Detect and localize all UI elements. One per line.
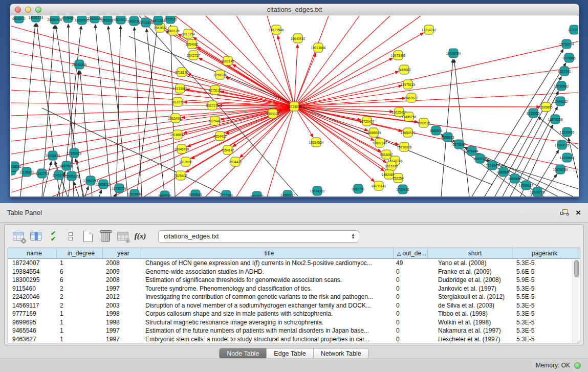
graph-node[interactable]: 1111304 [568, 25, 578, 34]
graph-node[interactable]: 252254 [393, 173, 404, 183]
graph-node[interactable]: 12210465 [560, 127, 575, 137]
graph-node[interactable]: 8215955 [527, 108, 540, 118]
graph-edge[interactable] [294, 45, 297, 106]
graph-node[interactable]: 2718176 [175, 68, 188, 77]
float-panel-icon[interactable] [560, 209, 569, 216]
graph-node[interactable]: 1527602 [114, 16, 127, 24]
column-header-out_de[interactable]: △out_de... [394, 248, 428, 258]
graph-edge[interactable] [485, 63, 566, 196]
graph-node[interactable]: 9465546 [158, 191, 171, 196]
graph-node[interactable]: 17858061 [11, 162, 22, 171]
table-select-dropdown[interactable]: citations_edges.txt ▲▼ [158, 230, 359, 243]
graph-edge[interactable] [294, 106, 374, 182]
function-builder-button[interactable]: f(x) [132, 229, 149, 244]
graph-edge[interactable] [495, 76, 561, 196]
graph-node[interactable]: 17359928 [67, 148, 82, 158]
table-row[interactable]: 911546021997Tourette syndrome. Phenomeno… [8, 285, 580, 293]
graph-edge[interactable] [294, 16, 390, 106]
column-header-short[interactable]: short [428, 248, 512, 258]
graph-edge[interactable] [294, 16, 359, 106]
graph-edge[interactable] [74, 182, 79, 196]
graph-node[interactable]: 14569117 [280, 190, 295, 196]
graph-node[interactable]: 12093582 [554, 81, 569, 91]
graph-node[interactable]: 2935114 [474, 154, 487, 163]
delete-column-button[interactable] [97, 229, 114, 244]
graph-edge[interactable] [441, 59, 453, 196]
selection-mode-button[interactable] [45, 229, 62, 244]
graph-node[interactable]: 6405572 [12, 16, 26, 23]
graph-node[interactable]: 9899695 [417, 118, 430, 127]
graph-node[interactable]: 1145194 [53, 170, 66, 180]
table-row[interactable]: 977716911998Corpus callosum shape and si… [8, 310, 580, 318]
graph-node[interactable]: 10653287 [100, 16, 115, 25]
show-columns-button[interactable] [27, 229, 45, 244]
graph-edge[interactable] [99, 190, 101, 196]
table-row[interactable]: 946362711997Embryonic stem cells: a mode… [8, 335, 580, 344]
graph-node[interactable]: 19813666 [311, 43, 326, 52]
graph-node[interactable]: 10974393 [310, 186, 325, 195]
graph-node[interactable]: 9329965 [562, 53, 576, 62]
graph-edge[interactable] [236, 16, 294, 106]
row-height-button[interactable] [62, 229, 79, 244]
graph-node[interactable]: 16782759 [112, 184, 127, 193]
tab-network-table[interactable]: Network Table [313, 348, 368, 359]
graph-node[interactable]: 9777169 [220, 190, 233, 196]
graph-edge[interactable] [197, 47, 294, 106]
graph-edge[interactable] [146, 29, 165, 196]
graph-edge[interactable] [294, 58, 393, 106]
table-row[interactable]: 969969511998Structural magnetic resonanc… [8, 318, 580, 327]
graph-node[interactable]: 1733426 [396, 185, 409, 194]
graph-edge[interactable] [236, 106, 294, 196]
graph-edge[interactable] [116, 26, 121, 196]
graph-node[interactable]: 1595805 [539, 102, 553, 112]
graph-edge[interactable] [294, 93, 578, 106]
window-titlebar[interactable]: citations_edges.txt [10, 4, 579, 15]
graph-node[interactable]: 9115460 [62, 16, 75, 23]
table-row[interactable]: 946554611997Estimation of the future num… [8, 326, 580, 335]
graph-edge[interactable] [294, 106, 540, 107]
graph-node[interactable]: 19384554 [309, 138, 324, 147]
graph-node[interactable]: 15123549 [269, 25, 284, 34]
graph-edge[interactable] [108, 26, 128, 196]
graph-node[interactable]: 17103765 [555, 140, 570, 149]
graph-node[interactable]: 9465546 [497, 167, 510, 177]
close-panel-icon[interactable]: × [576, 209, 581, 216]
graph-node[interactable]: 9857791 [352, 184, 365, 193]
graph-edge[interactable] [294, 16, 329, 106]
graph-node[interactable]: 8912354 [182, 29, 195, 38]
tab-edge-table[interactable]: Edge Table [266, 348, 313, 359]
column-header-pagerank[interactable]: pagerank [512, 248, 573, 258]
column-header-year[interactable]: year [103, 248, 141, 258]
graph-node[interactable]: 9463627 [405, 93, 418, 102]
graph-node[interactable]: 9227341 [558, 67, 571, 76]
graph-node[interactable]: 14136141 [372, 181, 386, 190]
graph-edge[interactable] [11, 39, 294, 106]
graph-node[interactable]: 10876059 [548, 115, 563, 124]
network-window[interactable]: citations_edges.txt 18724007766382298601… [10, 4, 579, 198]
graph-node[interactable]: 9463627 [250, 191, 264, 196]
graph-node[interactable]: 10688609 [366, 128, 381, 137]
graph-node[interactable]: 16648784 [446, 49, 461, 58]
table-row[interactable]: 1938455462009Genome-wide association stu… [8, 268, 580, 276]
graph-node[interactable]: 14055724 [29, 16, 43, 22]
graph-node[interactable]: 1640934 [429, 126, 443, 135]
graph-edge[interactable] [294, 16, 421, 106]
table-row[interactable]: 2242004622012Investigating the contribut… [8, 293, 580, 301]
graph-node[interactable]: 8938923 [441, 133, 454, 142]
graph-node[interactable]: 2758125 [213, 70, 227, 79]
network-graph[interactable]: 1872400776638229860125891235416549822342… [11, 16, 578, 196]
graph-node[interactable]: 16640910 [291, 34, 306, 43]
graph-node[interactable]: 7625402 [174, 171, 187, 180]
graph-node[interactable]: 19756928 [397, 142, 412, 151]
graph-edge[interactable] [233, 106, 294, 146]
graph-node[interactable]: 7485063 [398, 65, 411, 74]
graph-edge[interactable] [294, 98, 405, 106]
graph-edge[interactable] [83, 106, 294, 196]
graph-node[interactable]: 10876059 [553, 165, 568, 174]
graph-edge[interactable] [11, 106, 294, 141]
column-header-name[interactable]: name [8, 248, 57, 258]
network-canvas[interactable]: 1872400776638229860125891235416549822342… [10, 15, 579, 197]
graph-node[interactable]: 4275126 [208, 85, 222, 95]
graph-node[interactable]: 14569117 [519, 181, 534, 190]
graph-node[interactable]: 7534421 [229, 157, 242, 166]
